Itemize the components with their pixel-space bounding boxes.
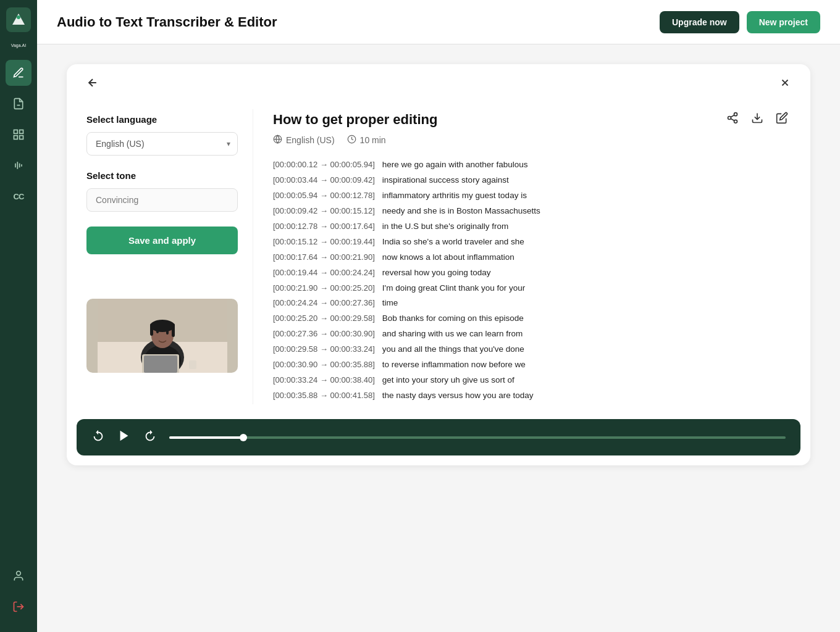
close-button[interactable] <box>775 75 796 94</box>
video-thumbnail <box>86 299 238 373</box>
transcript-line: [00:00:21.90 → 00:00:25.20]I'm doing gre… <box>273 281 791 296</box>
card-body: Select language English (US) English (UK… <box>67 94 810 419</box>
logo-wrap: Vaga.AI <box>6 7 31 48</box>
timestamp: [00:00:30.90 → 00:00:35.88] <box>273 358 375 372</box>
svg-point-1 <box>17 15 20 19</box>
transcript-text: you and all the things that you've done <box>382 343 524 357</box>
transcript-line: [00:00:29.58 → 00:00:33.24]you and all t… <box>273 343 791 357</box>
transcript-text: reversal how you going today <box>382 266 491 280</box>
svg-rect-27 <box>166 322 169 335</box>
timestamp: [00:00:21.90 → 00:00:25.20] <box>273 281 375 296</box>
timestamp: [00:00:33.24 → 00:00:38.40] <box>273 373 375 388</box>
meta-language: English (US) <box>273 135 335 146</box>
svg-point-33 <box>734 120 737 123</box>
sidebar-item-audio[interactable] <box>6 152 32 178</box>
transcript-line: [00:00:05.94 → 00:00:12.78]inflammatory … <box>273 189 791 203</box>
svg-point-23 <box>150 320 175 332</box>
globe-icon <box>273 135 282 146</box>
svg-rect-4 <box>20 130 23 134</box>
progress-bar[interactable] <box>169 436 786 439</box>
upgrade-button[interactable]: Upgrade now <box>660 11 739 33</box>
svg-rect-26 <box>156 322 159 333</box>
svg-line-35 <box>731 115 734 117</box>
timestamp: [00:00:12.78 → 00:00:17.64] <box>273 220 375 234</box>
forward-button[interactable] <box>143 429 157 446</box>
transcript-text: in the U.S but she's originally from <box>382 220 508 234</box>
timestamp: [00:00:05.94 → 00:00:12.78] <box>273 189 375 203</box>
new-project-button[interactable]: New project <box>747 11 820 33</box>
transcript-line: [00:00:17.64 → 00:00:21.90]now knows a l… <box>273 251 791 265</box>
transcript-line: [00:00:27.36 → 00:00:30.90]and sharing w… <box>273 327 791 341</box>
timestamp: [00:00:27.36 → 00:00:30.90] <box>273 327 375 341</box>
transcript-text: and sharing with us we can learn from <box>382 327 523 341</box>
svg-point-31 <box>734 113 737 116</box>
svg-point-13 <box>17 572 21 576</box>
transcript-text: inflammatory arthritis my guest today is <box>382 189 527 203</box>
transcript-line: [00:00:00.12 → 00:00:05.94]here we go ag… <box>273 158 791 172</box>
sidebar-item-cc[interactable]: CC <box>6 183 32 209</box>
save-apply-button[interactable]: Save and apply <box>86 227 238 254</box>
timestamp: [00:00:17.64 → 00:00:21.90] <box>273 251 375 265</box>
left-panel: Select language English (US) English (UK… <box>86 109 253 404</box>
svg-marker-40 <box>120 431 128 441</box>
transcript-text: India so she's a world traveler and she <box>382 235 524 249</box>
edit-button[interactable] <box>773 109 791 130</box>
svg-rect-5 <box>20 136 23 139</box>
transcript-text: time <box>382 296 398 310</box>
timestamp: [00:00:19.44 → 00:00:24.24] <box>273 266 375 280</box>
meta-language-text: English (US) <box>286 135 335 145</box>
project-header: How to get proper editing <box>273 109 791 130</box>
timestamp: [00:00:35.88 → 00:00:41.58] <box>273 389 375 403</box>
main: Audio to Text Transcriber & Editor Upgra… <box>37 0 840 632</box>
sidebar-item-edit[interactable] <box>6 60 32 86</box>
transcript-text: needy and she is in Boston Massachusetts <box>382 204 540 218</box>
sidebar-item-file[interactable] <box>6 91 32 117</box>
card-header <box>67 64 810 94</box>
svg-rect-25 <box>172 323 175 337</box>
sidebar-bottom <box>6 563 32 625</box>
progress-fill <box>169 436 243 439</box>
sidebar: Vaga.AI CC <box>0 0 37 632</box>
transcript-line: [00:00:03.44 → 00:00:09.42]inspirational… <box>273 173 791 188</box>
main-card: Select language English (US) English (UK… <box>67 64 810 465</box>
svg-rect-30 <box>189 360 196 369</box>
download-button[interactable] <box>749 109 766 130</box>
sidebar-item-grid[interactable] <box>6 122 32 148</box>
audio-player <box>77 419 800 455</box>
language-dropdown-wrapper: English (US) English (UK) Spanish French… <box>86 132 238 156</box>
timestamp: [00:00:03.44 → 00:00:09.42] <box>273 173 375 188</box>
transcript-line: [00:00:24.24 → 00:00:27.36]time <box>273 296 791 310</box>
logo-icon <box>6 7 31 32</box>
tone-label: Select tone <box>86 170 238 181</box>
project-actions <box>724 109 791 130</box>
meta-duration: 10 min <box>347 135 386 146</box>
right-panel: How to get proper editing <box>273 109 791 404</box>
transcript-text: now knows a lot about inflammation <box>382 251 514 265</box>
back-button[interactable] <box>82 74 104 94</box>
svg-line-34 <box>731 118 734 120</box>
project-title: How to get proper editing <box>273 112 437 128</box>
language-label: Select language <box>86 114 238 125</box>
transcript-line: [00:00:12.78 → 00:00:17.64]in the U.S bu… <box>273 220 791 234</box>
language-select[interactable]: English (US) English (UK) Spanish French… <box>86 132 238 156</box>
timestamp: [00:00:24.24 → 00:00:27.36] <box>273 296 375 310</box>
transcript-text: inspirational success story against <box>382 173 509 188</box>
transcript-text: the nasty days versus how you are today <box>382 389 534 403</box>
meta-duration-text: 10 min <box>360 135 386 145</box>
svg-rect-3 <box>14 130 18 134</box>
clock-icon <box>347 135 356 146</box>
rewind-button[interactable] <box>91 429 105 446</box>
transcript-area: [00:00:00.12 → 00:00:05.94]here we go ag… <box>273 158 791 404</box>
timestamp: [00:00:09.42 → 00:00:15.12] <box>273 204 375 218</box>
transcript-line: [00:00:30.90 → 00:00:35.88]to reverse in… <box>273 358 791 372</box>
transcript-text: here we go again with another fabulous <box>382 158 528 172</box>
transcript-text: to reverse inflammation now before we <box>382 358 526 372</box>
play-button[interactable] <box>117 429 131 446</box>
transcript-text: I'm doing great Clint thank you for your <box>382 281 525 296</box>
transcript-line: [00:00:15.12 → 00:00:19.44]India so she'… <box>273 235 791 249</box>
svg-point-32 <box>728 117 731 120</box>
transcript-line: [00:00:19.44 → 00:00:24.24]reversal how … <box>273 266 791 280</box>
share-button[interactable] <box>724 109 741 130</box>
sidebar-item-logout[interactable] <box>6 594 32 620</box>
sidebar-item-user[interactable] <box>6 563 32 589</box>
